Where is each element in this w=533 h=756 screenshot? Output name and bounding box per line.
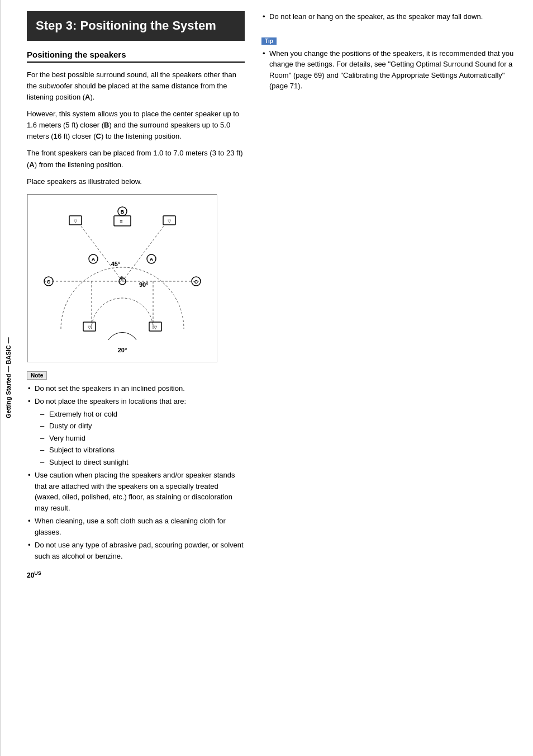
step-header: Step 3: Positioning the System bbox=[27, 11, 245, 41]
svg-text:▽: ▽ bbox=[154, 325, 158, 330]
speaker-diagram: ⊕ ≡ B ▽ ▽ A A 45° bbox=[27, 194, 217, 362]
place-speakers-text: Place speakers as illustrated below. bbox=[27, 176, 245, 187]
right-bullet-list: Do not lean or hang on the speaker, as t… bbox=[261, 11, 522, 22]
sub-item-humid: Very humid bbox=[40, 433, 245, 444]
body-paragraph-1: For the best possible surround sound, al… bbox=[27, 69, 245, 103]
sidebar: Getting Started — BASIC — bbox=[0, 0, 16, 756]
svg-text:⊕: ⊕ bbox=[120, 275, 124, 281]
svg-text:≡: ≡ bbox=[120, 219, 122, 224]
body-paragraph-2: However, this system allows you to place… bbox=[27, 108, 245, 142]
svg-text:▽: ▽ bbox=[88, 325, 92, 330]
svg-text:45°: 45° bbox=[111, 261, 121, 267]
svg-text:▽: ▽ bbox=[74, 219, 78, 224]
tip-label: Tip bbox=[261, 37, 277, 45]
section-heading: Positioning the speakers bbox=[27, 50, 245, 63]
tip-list: When you change the positions of the spe… bbox=[261, 48, 522, 92]
svg-text:C: C bbox=[194, 279, 198, 285]
svg-text:A: A bbox=[92, 257, 96, 262]
sub-item-vibrations: Subject to vibrations bbox=[40, 445, 245, 456]
note-item-2: Do not place the speakers in locations t… bbox=[27, 396, 245, 467]
sub-item-sunlight: Subject to direct sunlight bbox=[40, 457, 245, 468]
body-paragraph-3: The front speakers can be placed from 1.… bbox=[27, 148, 245, 170]
page-number: 20US bbox=[27, 570, 245, 579]
main-content: Step 3: Positioning the System Positioni… bbox=[16, 0, 533, 756]
svg-text:▽: ▽ bbox=[168, 219, 172, 224]
svg-text:C: C bbox=[47, 279, 51, 285]
left-column: Step 3: Positioning the System Positioni… bbox=[16, 0, 256, 756]
sub-item-dusty: Dusty or dirty bbox=[40, 420, 245, 432]
step-title: Step 3: Positioning the System bbox=[36, 18, 236, 34]
location-sub-list: Extremely hot or cold Dusty or dirty Ver… bbox=[40, 409, 245, 468]
svg-text:A: A bbox=[150, 257, 154, 262]
note-label: Note bbox=[27, 371, 47, 380]
sidebar-label: Getting Started — BASIC — bbox=[5, 338, 12, 419]
right-bullet-1: Do not lean or hang on the speaker, as t… bbox=[261, 11, 522, 22]
note-list: Do not set the speakers in an inclined p… bbox=[27, 383, 245, 562]
svg-text:90°: 90° bbox=[139, 281, 149, 288]
note-item-cleaning: When cleaning, use a soft cloth such as … bbox=[27, 516, 245, 537]
sub-item-hot-cold: Extremely hot or cold bbox=[40, 409, 245, 420]
note-item-1: Do not set the speakers in an inclined p… bbox=[27, 383, 245, 394]
diagram-svg: ⊕ ≡ B ▽ ▽ A A 45° bbox=[27, 195, 217, 362]
svg-text:B: B bbox=[121, 209, 125, 215]
note-item-caution: Use caution when placing the speakers an… bbox=[27, 470, 245, 513]
svg-text:20°: 20° bbox=[118, 347, 127, 353]
tip-item-1: When you change the positions of the spe… bbox=[261, 48, 522, 92]
note-item-abrasive: Do not use any type of abrasive pad, sco… bbox=[27, 540, 245, 561]
right-column: Do not lean or hang on the speaker, as t… bbox=[256, 0, 533, 756]
